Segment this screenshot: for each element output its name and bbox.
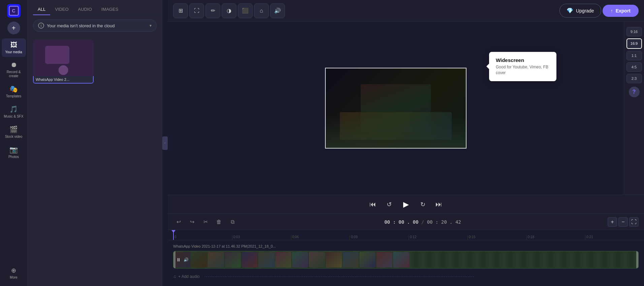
media-thumbnail[interactable]: 0:20 ✓ WhatsApp Video 2... <box>33 40 94 84</box>
add-button[interactable]: + <box>7 22 20 34</box>
layout-button[interactable]: ⊞ <box>173 3 188 18</box>
redo-button[interactable]: ↪ <box>187 217 197 227</box>
timeline-area: ↩ ↪ ✂ 🗑 ⧉ 00 : 00 . 00 / 00 : 20 . 42 + <box>168 214 644 286</box>
video-scene <box>326 68 466 148</box>
total-time: 00 : 20 . 42 <box>427 219 461 225</box>
aspect-4-5[interactable]: 4:5 <box>626 62 642 72</box>
duplicate-button[interactable]: ⧉ <box>227 217 238 227</box>
zoom-controls: + − ⛶ <box>608 217 639 227</box>
record-create-icon: ⏺ <box>10 61 17 69</box>
cut-icon: ✂ <box>203 219 208 225</box>
ruler-mark-15: 0:15 <box>468 235 526 240</box>
ruler-marks: 0 0:03 0:06 0:09 0:12 0:15 0:18 0:21 <box>168 235 644 240</box>
sidebar-label-templates: Templates <box>6 94 22 98</box>
expand-timeline-button[interactable]: ⛶ <box>629 217 639 227</box>
skip-back-button[interactable]: ⏮ <box>367 199 378 210</box>
resize-icon: ⛶ <box>194 8 199 14</box>
cut-button[interactable]: ✂ <box>200 217 211 227</box>
add-audio-label: + Add audio <box>178 274 200 279</box>
aspect-panel: 9:16 16:9 1:1 4:5 2:3 ? <box>624 22 644 195</box>
app-logo[interactable]: C <box>7 4 21 18</box>
preview-area: Widescreen Good for Youtube, Vimeo, FB c… <box>168 22 624 195</box>
sidebar-item-your-media[interactable]: 🖼 Your media <box>2 38 26 57</box>
delete-button[interactable]: 🗑 <box>214 217 224 227</box>
contrast-icon: ◑ <box>227 7 231 14</box>
undo-button[interactable]: ↩ <box>173 217 184 227</box>
clip-handle-left[interactable] <box>173 251 175 268</box>
sidebar-item-record-create[interactable]: ⏺ Record &create <box>2 58 26 81</box>
aspect-16-9[interactable]: 16:9 <box>626 38 642 49</box>
playhead[interactable] <box>173 230 174 240</box>
split-button[interactable]: ⬛ <box>238 3 253 18</box>
timeline-tracks: WhatsApp Video 2021-12-17 at 11.46.32 PM… <box>168 240 644 286</box>
tab-images[interactable]: IMAGES <box>97 4 123 15</box>
sidebar: C + 🖼 Your media ⏺ Record &create 🎭 Temp… <box>0 0 28 286</box>
upgrade-gem-icon: 💎 <box>567 7 573 14</box>
timeline-time: 00 : 00 . 00 / 00 : 20 . 42 <box>384 219 461 225</box>
sidebar-label-your-media: Your media <box>5 50 22 54</box>
tooltip-description: Good for Youtube, Vimeo, FB cover <box>496 64 550 76</box>
clip-audio-icon: 🔊 <box>184 257 189 262</box>
tab-all[interactable]: ALL <box>33 4 50 15</box>
more-icon: ⊕ <box>11 267 16 274</box>
resize-button[interactable]: ⛶ <box>189 3 204 18</box>
timeline-ruler: 0 0:03 0:06 0:09 0:12 0:15 0:18 0:21 <box>168 230 644 240</box>
play-icon: ▶ <box>403 200 409 209</box>
media-grid: 0:20 ✓ WhatsApp Video 2... <box>28 36 162 88</box>
sidebar-item-stock-video[interactable]: 🎬 Stock video <box>2 123 26 141</box>
layout-icon: ⊞ <box>179 7 183 14</box>
video-clip[interactable]: ⏸ 🔊 <box>173 251 639 268</box>
media-tabs: ALL VIDEO AUDIO IMAGES <box>28 0 162 15</box>
photos-icon: 📷 <box>9 146 18 154</box>
clip-pause-icon: ⏸ <box>176 257 181 262</box>
undo-icon: ↩ <box>176 219 181 225</box>
tab-audio[interactable]: AUDIO <box>73 4 97 15</box>
upgrade-label: Upgrade <box>576 8 594 13</box>
rewind-icon: ↺ <box>387 201 392 208</box>
sidebar-item-music-sfx[interactable]: 🎵 Music & SFX <box>2 102 26 121</box>
sidebar-label-record-create: Record &create <box>7 70 21 78</box>
audio-track-row: ♫ + Add audio <box>168 270 644 283</box>
ruler-mark-9: 0:09 <box>350 235 409 240</box>
sidebar-item-photos[interactable]: 📷 Photos <box>2 143 26 162</box>
sidebar-item-templates[interactable]: 🎭 Templates <box>2 82 26 101</box>
aspect-1-1[interactable]: 1:1 <box>626 51 642 60</box>
add-audio-button[interactable]: ♫ + Add audio <box>173 274 474 279</box>
upgrade-button[interactable]: 💎 Upgrade <box>559 4 601 18</box>
music-note-icon: ♫ <box>173 274 176 279</box>
video-track-row: ⏸ 🔊 <box>168 250 644 270</box>
chevron-down-icon: ▾ <box>150 23 152 28</box>
timeline-toolbar: ↩ ↪ ✂ 🗑 ⧉ 00 : 00 . 00 / 00 : 20 . 42 + <box>168 214 644 230</box>
collapse-panel-button[interactable]: ‹ <box>162 136 168 150</box>
tab-video[interactable]: VIDEO <box>50 4 73 15</box>
volume-button[interactable]: 🔊 <box>270 3 285 18</box>
edit-button[interactable]: ✏ <box>205 3 220 18</box>
edit-icon: ✏ <box>211 7 215 14</box>
effects-button[interactable]: ⌂ <box>254 3 269 18</box>
aspect-2-3[interactable]: 2:3 <box>626 74 642 83</box>
volume-icon: 🔊 <box>274 7 281 14</box>
export-button[interactable]: ↑ Export <box>603 5 639 17</box>
split-icon: ⬛ <box>242 7 249 14</box>
skip-back-icon: ⏮ <box>369 200 376 208</box>
play-button[interactable]: ▶ <box>400 198 412 211</box>
more-button[interactable]: ⊕ More <box>2 264 26 282</box>
rewind-button[interactable]: ↺ <box>384 199 394 210</box>
forward-icon: ↻ <box>420 201 425 208</box>
current-time: 00 : 00 . 00 <box>384 219 418 225</box>
more-label: More <box>10 276 18 279</box>
skip-forward-button[interactable]: ⏭ <box>433 199 444 210</box>
clip-handle-right[interactable] <box>636 251 638 268</box>
zoom-out-button[interactable]: − <box>618 217 628 227</box>
widescreen-tooltip: Widescreen Good for Youtube, Vimeo, FB c… <box>489 52 556 81</box>
ruler-mark-0: 0 <box>173 235 232 240</box>
aspect-9-16[interactable]: 9:16 <box>626 27 642 36</box>
cloud-notice[interactable]: i Your media isn't stored in the cloud ▾ <box>33 20 157 32</box>
forward-button[interactable]: ↻ <box>417 199 428 210</box>
ruler-mark-12: 0:12 <box>409 235 468 240</box>
zoom-in-button[interactable]: + <box>608 217 617 227</box>
help-button[interactable]: ? <box>629 87 640 97</box>
redo-icon: ↪ <box>190 219 194 225</box>
preview-wrapper: Widescreen Good for Youtube, Vimeo, FB c… <box>168 22 644 195</box>
contrast-button[interactable]: ◑ <box>222 3 236 18</box>
